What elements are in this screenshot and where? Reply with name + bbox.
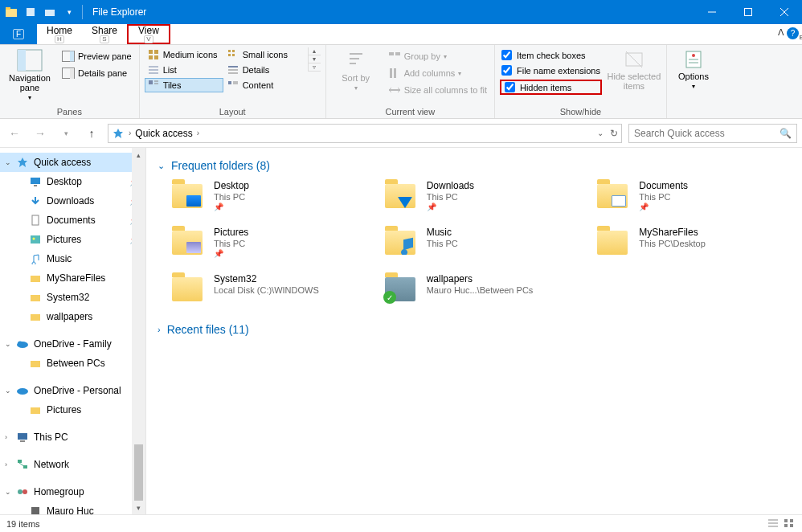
sidebar-item-desktop[interactable]: Desktop📌 [0,172,145,191]
tab-file[interactable]: F [0,24,37,44]
breadcrumb-dropdown-icon[interactable]: ⌄ [597,129,604,137]
close-button[interactable] [766,0,802,24]
breadcrumb[interactable]: › Quick access › ⌄ ↻ [108,124,622,143]
quick-access-toolbar: ▾ [0,4,88,20]
chevron-down-icon[interactable]: ⌄ [5,488,11,496]
qat-newfolder-icon[interactable] [42,4,58,20]
size-columns-button[interactable]: Size all columns to fit [386,83,489,97]
folder-tile[interactable]: ✓wallpapersMauro Huc...\Between PCs [382,273,579,305]
layout-list[interactable]: List [145,63,223,77]
search-input[interactable] [634,128,792,139]
ribbon-collapse-icon[interactable]: ᐱ [778,27,784,38]
hidden-items-toggle[interactable]: Hidden items [503,81,599,93]
layout-gallery-scroll[interactable]: ▴▾▿ [308,47,321,72]
navigation-pane-button[interactable]: Navigation pane▾ [5,47,55,101]
layout-details[interactable]: Details [224,63,303,77]
layout-tiles[interactable]: Tiles [145,78,223,92]
nav-forward-button[interactable]: → [31,124,50,143]
user-icon [29,505,42,514]
sidebar-item-onedrive-family[interactable]: ⌄OneDrive - Family [0,334,145,354]
chevron-down-icon[interactable]: ⌄ [5,387,11,395]
tab-file-shortcut: F [13,29,24,39]
svg-rect-19 [232,50,235,52]
chevron-down-icon[interactable]: ⌄ [5,340,11,348]
qat-properties-icon[interactable] [23,4,39,20]
sidebar-item-system32[interactable]: System32 [0,288,145,307]
sidebar-item-between-pcs[interactable]: Between PCs [0,354,145,373]
svg-rect-38 [395,52,400,55]
options-button[interactable]: Options▾ [672,47,715,90]
tab-share[interactable]: ShareS [82,24,127,44]
group-by-button[interactable]: Group by ▾ [386,49,489,63]
sidebar-scrollbar[interactable]: ▴▾ [132,148,145,514]
pin-icon: 📌 [214,249,248,258]
sidebar-item-onedrive-personal[interactable]: ⌄OneDrive - Personal [0,381,145,400]
pictures-icon [29,233,42,246]
layout-medium-icons[interactable]: Medium icons [145,47,223,62]
bc-chevron-icon[interactable]: › [126,129,133,137]
details-pane-button[interactable]: Details pane [59,66,134,80]
details-pane-icon [62,68,75,79]
folder-tile[interactable]: DesktopThis PC📌 [169,180,366,212]
nav-back-button[interactable]: ← [5,124,24,143]
folder-tile[interactable]: PicturesThis PC📌 [169,227,366,259]
folder-tile[interactable]: MyShareFilesThis PC\Desktop [594,227,791,259]
folder-tile[interactable]: DocumentsThis PC📌 [594,180,791,212]
group-label-layout: Layout [145,105,321,117]
sidebar-item-onedrive-pictures[interactable]: Pictures [0,400,145,419]
sidebar-item-network[interactable]: ›Network [0,455,145,474]
chevron-right-icon[interactable]: › [5,433,7,441]
sidebar-item-pictures[interactable]: Pictures📌 [0,230,145,249]
tab-home[interactable]: HomeH [37,24,82,44]
qat-dropdown-icon[interactable]: ▾ [61,4,77,20]
sort-by-button[interactable]: Sort by▾ [331,47,381,92]
breadcrumb-quick-access[interactable]: Quick access [135,128,192,139]
sidebar-item-music[interactable]: Music [0,249,145,268]
folder-icon [594,180,631,212]
maximize-button[interactable] [730,0,766,24]
sidebar-item-documents[interactable]: Documents📌 [0,211,145,230]
details-view-button[interactable] [767,518,779,530]
layout-content[interactable]: Content [224,78,303,92]
layout-small-icons[interactable]: Small icons [224,47,303,62]
item-checkboxes-toggle[interactable]: Item check boxes [500,49,602,61]
preview-pane-button[interactable]: Preview pane [59,49,134,63]
sidebar-item-quick-access[interactable]: ⌄Quick access [0,153,145,172]
chevron-down-icon: ⌄ [158,161,165,171]
svg-rect-56 [31,295,40,301]
refresh-button[interactable]: ↻ [610,128,618,139]
svg-rect-13 [70,69,74,79]
sidebar-item-this-pc[interactable]: ›This PC [0,428,145,447]
folder-tile[interactable]: System32Local Disk (C:)\WINDOWS [169,273,366,305]
sidebar-item-homegroup[interactable]: ⌄Homegroup [0,482,145,501]
frequent-folders-header[interactable]: ⌄Frequent folders (8) [158,156,791,180]
folder-icon [29,357,42,370]
file-extensions-toggle[interactable]: File name extensions [500,64,602,76]
svg-rect-20 [228,54,231,56]
chevron-right-icon[interactable]: › [5,460,7,469]
bc-chevron-icon-2[interactable]: › [194,129,202,137]
svg-rect-18 [228,50,231,52]
sidebar-item-downloads[interactable]: Downloads📌 [0,191,145,211]
svg-rect-5 [744,9,751,16]
tile-name: wallpapers [427,273,534,284]
nav-recent-dropdown[interactable]: ▾ [56,124,76,143]
sidebar-item-mauro[interactable]: Mauro Huc [0,501,145,514]
layout-gallery: Medium icons Small icons List Details Ti… [145,47,303,92]
minimize-button[interactable] [694,0,730,24]
folder-tile[interactable]: MusicThis PC [382,227,579,259]
nav-up-button[interactable]: ↑ [82,124,101,143]
search-box[interactable]: 🔍 [628,124,797,143]
help-icon[interactable]: ? [787,27,799,39]
sidebar-item-mysharefiles[interactable]: MyShareFiles [0,268,145,288]
tab-view[interactable]: ViewV [127,24,170,44]
tile-location: This PC [427,192,474,202]
recent-files-header[interactable]: ›Recent files (11) [158,320,791,344]
add-columns-button[interactable]: Add columns ▾ [386,66,489,80]
chevron-down-icon[interactable]: ⌄ [5,158,11,166]
folder-tile[interactable]: DownloadsThis PC📌 [382,180,579,212]
tiles-view-button[interactable] [783,518,796,530]
sidebar-item-wallpapers[interactable]: wallpapers [0,307,145,326]
svg-rect-25 [228,66,238,68]
hide-selected-button[interactable]: Hide selected items [607,47,661,91]
